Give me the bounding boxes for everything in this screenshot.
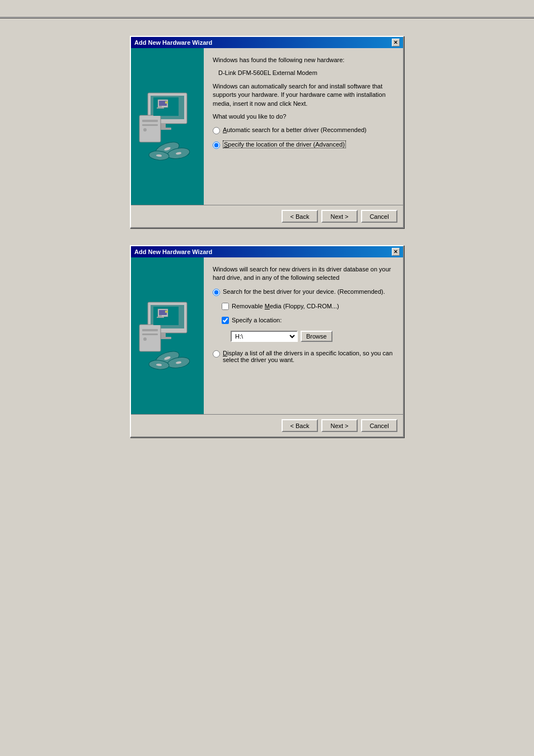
- wizard-dialog-2: Add New Hardware Wizard ✕: [130, 245, 404, 438]
- checkbox-specify-label[interactable]: Specify a location:: [232, 317, 282, 323]
- radio-auto-label-1[interactable]: Automatic search for a better driver (Re…: [223, 126, 367, 133]
- radio-option-1b[interactable]: Specify the location of the driver (Adva…: [213, 141, 394, 149]
- wizard-sidebar-1: [131, 48, 204, 205]
- svg-rect-19: [165, 101, 168, 104]
- back-button-2[interactable]: < Back: [282, 419, 318, 432]
- wizard-footer-2: < Back Next > Cancel: [131, 414, 403, 436]
- svg-rect-5: [142, 120, 158, 122]
- close-button-2[interactable]: ✕: [392, 248, 400, 256]
- svg-rect-38: [157, 317, 164, 318]
- checkbox-removable-input[interactable]: [222, 303, 229, 310]
- svg-rect-39: [165, 311, 168, 313]
- svg-rect-25: [142, 329, 158, 331]
- titlebar-1-label: Add New Hardware Wizard: [134, 39, 212, 46]
- wizard-dialog-1: Add New Hardware Wizard ✕: [130, 36, 404, 228]
- svg-rect-37: [159, 315, 162, 317]
- wizard-content-2: Windows will search for new drivers in i…: [204, 257, 403, 414]
- titlebar-1: Add New Hardware Wizard ✕: [131, 37, 403, 48]
- computer-icon-2: [137, 297, 198, 375]
- radio-option-2b[interactable]: Display a list of all the drivers in a s…: [213, 350, 394, 363]
- device-name-1: D-Link DFM-560EL External Modem: [218, 69, 394, 77]
- next-button-1[interactable]: Next >: [321, 210, 358, 223]
- cancel-button-2[interactable]: Cancel: [361, 419, 397, 432]
- svg-rect-18: [157, 107, 164, 109]
- cancel-button-1[interactable]: Cancel: [361, 210, 397, 223]
- wizard-footer-1: < Back Next > Cancel: [131, 205, 403, 227]
- radio-display-2[interactable]: [213, 350, 220, 358]
- svg-rect-26: [142, 334, 158, 335]
- radio-specify-1[interactable]: [213, 142, 220, 149]
- checkbox-specify-input[interactable]: [222, 317, 229, 324]
- specify-location-row[interactable]: Specify a location:: [222, 317, 394, 324]
- radio-auto-1[interactable]: [213, 127, 220, 134]
- location-select[interactable]: H:\: [231, 331, 298, 342]
- computer-icon-1: [137, 87, 198, 166]
- svg-point-7: [143, 128, 147, 132]
- found-text-1: Windows has found the following new hard…: [213, 56, 394, 64]
- location-input-row: H:\ Browse: [231, 331, 394, 342]
- close-button-1[interactable]: ✕: [392, 39, 400, 46]
- titlebar-2-label: Add New Hardware Wizard: [134, 248, 212, 255]
- titlebar-1-buttons: ✕: [392, 39, 400, 46]
- question-1: What would you like to do?: [213, 112, 394, 121]
- page-wrapper: Add New Hardware Wizard ✕: [0, 25, 534, 449]
- radio-best-2[interactable]: [213, 289, 220, 296]
- top-rule: [0, 17, 534, 19]
- wizard-body-1: Windows has found the following new hard…: [131, 48, 403, 205]
- radio-option-1a[interactable]: Automatic search for a better driver (Re…: [213, 126, 394, 134]
- svg-rect-4: [139, 115, 161, 142]
- checkbox-removable-label[interactable]: Removable Media (Floppy, CD-ROM...): [232, 303, 339, 309]
- wizard-content-1: Windows has found the following new hard…: [204, 48, 403, 205]
- back-button-1[interactable]: < Back: [282, 210, 318, 223]
- description-1: Windows can automatically search for and…: [213, 82, 394, 108]
- next-button-2[interactable]: Next >: [321, 419, 358, 432]
- svg-rect-24: [139, 325, 161, 351]
- svg-rect-6: [142, 124, 158, 126]
- description-2: Windows will search for new drivers in i…: [213, 265, 394, 283]
- titlebar-2-buttons: ✕: [392, 248, 400, 256]
- radio-option-2a[interactable]: Search for the best driver for your devi…: [213, 288, 394, 296]
- radio-best-label-2[interactable]: Search for the best driver for your devi…: [223, 288, 385, 295]
- radio-specify-label-1[interactable]: Specify the location of the driver (Adva…: [223, 141, 346, 148]
- svg-rect-17: [159, 106, 162, 107]
- wizard-body-2: Windows will search for new drivers in i…: [131, 257, 403, 414]
- titlebar-2: Add New Hardware Wizard ✕: [131, 246, 403, 257]
- svg-point-27: [143, 337, 147, 341]
- wizard-sidebar-2: [131, 257, 204, 414]
- browse-button[interactable]: Browse: [301, 331, 332, 342]
- checkbox-removable[interactable]: Removable Media (Floppy, CD-ROM...): [222, 303, 394, 310]
- radio-display-label-2[interactable]: Display a list of all the drivers in a s…: [223, 350, 394, 363]
